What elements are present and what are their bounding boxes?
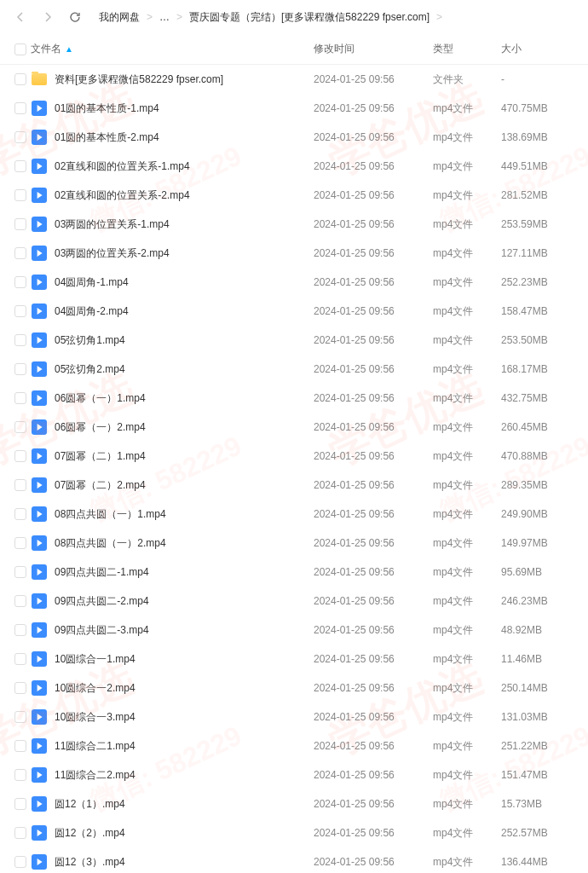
table-row[interactable]: 04圆周角-1.mp42024-01-25 09:56mp4文件252.23MB [0, 268, 588, 297]
row-checkbox[interactable] [14, 769, 26, 781]
row-checkbox[interactable] [14, 305, 26, 317]
row-checkbox[interactable] [14, 131, 26, 143]
file-name[interactable]: 05弦切角2.mp4 [55, 362, 314, 377]
table-row[interactable]: 06圆幂（一）2.mp42024-01-25 09:56mp4文件260.45M… [0, 413, 588, 442]
file-name[interactable]: 10圆综合一2.mp4 [55, 681, 314, 696]
file-name[interactable]: 06圆幂（一）2.mp4 [55, 420, 314, 435]
table-row[interactable]: 06圆幂（一）1.mp42024-01-25 09:56mp4文件432.75M… [0, 384, 588, 413]
file-name[interactable]: 03两圆的位置关系-1.mp4 [55, 217, 314, 232]
table-row[interactable]: 07圆幂（二）2.mp42024-01-25 09:56mp4文件289.35M… [0, 471, 588, 500]
row-checkbox-cell [10, 595, 31, 607]
table-row[interactable]: 02直线和圆的位置关系-1.mp42024-01-25 09:56mp4文件44… [0, 152, 588, 181]
table-row[interactable]: 09四点共圆二-3.mp42024-01-25 09:56mp4文件48.92M… [0, 616, 588, 645]
row-checkbox[interactable] [14, 276, 26, 288]
row-checkbox[interactable] [14, 682, 26, 694]
file-name[interactable]: 资料[更多课程微信582229 fpser.com] [55, 72, 314, 87]
file-name[interactable]: 03两圆的位置关系-2.mp4 [55, 246, 314, 261]
table-row[interactable]: 资料[更多课程微信582229 fpser.com]2024-01-25 09:… [0, 65, 588, 94]
row-checkbox[interactable] [14, 189, 26, 201]
file-name[interactable]: 01圆的基本性质-1.mp4 [55, 101, 314, 116]
table-row[interactable]: 11圆综合二1.mp42024-01-25 09:56mp4文件251.22MB [0, 731, 588, 760]
file-type: mp4文件 [433, 507, 501, 522]
file-name[interactable]: 圆12（3）.mp4 [55, 855, 314, 870]
row-checkbox[interactable] [14, 363, 26, 375]
row-checkbox[interactable] [14, 595, 26, 607]
row-checkbox[interactable] [14, 856, 26, 868]
table-row[interactable]: 11圆综合二2.mp42024-01-25 09:56mp4文件151.47MB [0, 760, 588, 789]
file-name[interactable]: 10圆综合一3.mp4 [55, 710, 314, 725]
file-name[interactable]: 02直线和圆的位置关系-2.mp4 [55, 188, 314, 203]
row-checkbox[interactable] [14, 798, 26, 810]
file-name[interactable]: 01圆的基本性质-2.mp4 [55, 130, 314, 145]
file-name[interactable]: 06圆幂（一）1.mp4 [55, 391, 314, 406]
file-type: mp4文件 [433, 536, 501, 551]
file-name[interactable]: 02直线和圆的位置关系-1.mp4 [55, 159, 314, 174]
file-name[interactable]: 11圆综合二2.mp4 [55, 768, 314, 783]
row-checkbox[interactable] [14, 479, 26, 491]
table-row[interactable]: 圆12（1）.mp42024-01-25 09:56mp4文件15.73MB [0, 789, 588, 818]
file-name[interactable]: 04圆周角-1.mp4 [55, 275, 314, 290]
row-checkbox[interactable] [14, 392, 26, 404]
table-row[interactable]: 圆12（2）.mp42024-01-25 09:56mp4文件252.57MB [0, 818, 588, 847]
column-header-type[interactable]: 类型 [433, 42, 501, 56]
breadcrumb-root[interactable]: 我的网盘 [99, 10, 140, 25]
table-row[interactable]: 03两圆的位置关系-2.mp42024-01-25 09:56mp4文件127.… [0, 239, 588, 268]
table-row[interactable]: 09四点共圆二-2.mp42024-01-25 09:56mp4文件246.23… [0, 587, 588, 616]
row-checkbox-cell [10, 508, 31, 520]
select-all-checkbox[interactable] [14, 43, 26, 55]
refresh-button[interactable] [65, 7, 85, 27]
row-checkbox[interactable] [14, 740, 26, 752]
row-checkbox[interactable] [14, 566, 26, 578]
file-name[interactable]: 04圆周角-2.mp4 [55, 304, 314, 319]
row-checkbox[interactable] [14, 653, 26, 665]
file-name[interactable]: 07圆幂（二）1.mp4 [55, 449, 314, 464]
row-checkbox[interactable] [14, 711, 26, 723]
table-row[interactable]: 03两圆的位置关系-1.mp42024-01-25 09:56mp4文件253.… [0, 210, 588, 239]
file-name[interactable]: 08四点共圆（一）1.mp4 [55, 507, 314, 522]
table-row[interactable]: 02直线和圆的位置关系-2.mp42024-01-25 09:56mp4文件28… [0, 181, 588, 210]
nav-back-button[interactable] [10, 7, 31, 27]
table-row[interactable]: 10圆综合一2.mp42024-01-25 09:56mp4文件250.14MB [0, 674, 588, 702]
table-row[interactable]: 08四点共圆（一）2.mp42024-01-25 09:56mp4文件149.9… [0, 529, 588, 558]
column-header-name[interactable]: 文件名 ▲ [31, 42, 314, 56]
table-row[interactable]: 10圆综合一3.mp42024-01-25 09:56mp4文件131.03MB [0, 702, 588, 731]
file-name[interactable]: 10圆综合一1.mp4 [55, 652, 314, 667]
file-name[interactable]: 09四点共圆二-2.mp4 [55, 594, 314, 609]
row-checkbox[interactable] [14, 827, 26, 839]
file-name[interactable]: 05弦切角1.mp4 [55, 333, 314, 348]
row-checkbox[interactable] [14, 421, 26, 433]
row-checkbox[interactable] [14, 450, 26, 462]
table-row[interactable]: 08四点共圆（一）1.mp42024-01-25 09:56mp4文件249.9… [0, 500, 588, 529]
table-row[interactable]: 01圆的基本性质-2.mp42024-01-25 09:56mp4文件138.6… [0, 123, 588, 152]
file-name[interactable]: 09四点共圆二-1.mp4 [55, 565, 314, 580]
nav-forward-button[interactable] [37, 7, 58, 27]
table-row[interactable]: 圆12（3）.mp42024-01-25 09:56mp4文件136.44MB [0, 847, 588, 873]
row-checkbox[interactable] [14, 537, 26, 549]
file-name[interactable]: 08四点共圆（一）2.mp4 [55, 536, 314, 551]
table-row[interactable]: 05弦切角2.mp42024-01-25 09:56mp4文件168.17MB [0, 355, 588, 384]
row-checkbox[interactable] [14, 508, 26, 520]
file-name[interactable]: 09四点共圆二-3.mp4 [55, 623, 314, 638]
file-name[interactable]: 圆12（1）.mp4 [55, 797, 314, 812]
table-row[interactable]: 10圆综合一1.mp42024-01-25 09:56mp4文件11.46MB [0, 645, 588, 674]
row-checkbox[interactable] [14, 247, 26, 259]
table-row[interactable]: 04圆周角-2.mp42024-01-25 09:56mp4文件158.47MB [0, 297, 588, 326]
row-checkbox[interactable] [14, 334, 26, 346]
row-checkbox[interactable] [14, 624, 26, 636]
row-checkbox[interactable] [14, 160, 26, 172]
table-row[interactable]: 09四点共圆二-1.mp42024-01-25 09:56mp4文件95.69M… [0, 558, 588, 587]
row-checkbox[interactable] [14, 102, 26, 114]
file-name[interactable]: 11圆综合二1.mp4 [55, 739, 314, 754]
row-checkbox[interactable] [14, 73, 26, 85]
row-checkbox[interactable] [14, 218, 26, 230]
column-header-date[interactable]: 修改时间 [314, 42, 433, 56]
file-type: mp4文件 [433, 797, 501, 812]
table-row[interactable]: 01圆的基本性质-1.mp42024-01-25 09:56mp4文件470.7… [0, 94, 588, 123]
file-name[interactable]: 07圆幂（二）2.mp4 [55, 478, 314, 493]
table-row[interactable]: 07圆幂（二）1.mp42024-01-25 09:56mp4文件470.88M… [0, 442, 588, 471]
breadcrumb-dots[interactable]: … [159, 11, 170, 23]
breadcrumb-current: 贾庆圆专题（完结）[更多课程微信582229 fpser.com] [189, 10, 429, 25]
file-name[interactable]: 圆12（2）.mp4 [55, 826, 314, 841]
table-row[interactable]: 05弦切角1.mp42024-01-25 09:56mp4文件253.50MB [0, 326, 588, 355]
column-header-size[interactable]: 大小 [501, 42, 578, 56]
